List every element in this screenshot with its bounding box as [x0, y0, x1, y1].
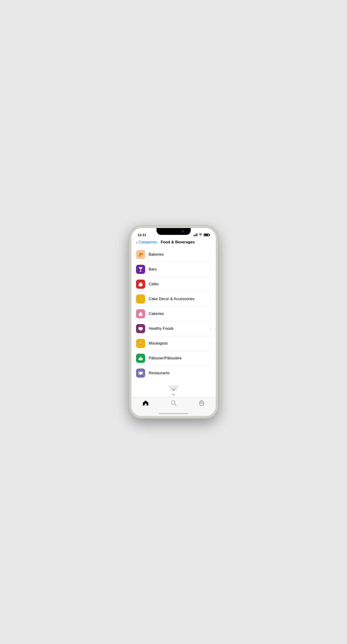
list-item[interactable]: 🍸 Bars › [136, 262, 211, 277]
search-icon [171, 400, 177, 406]
chevron-right-icon: › [210, 267, 211, 271]
chevron-right-icon: › [210, 297, 211, 301]
battery-icon [204, 234, 209, 236]
list-item[interactable]: ☕ Cafés › [136, 277, 211, 292]
chevron-right-icon: › [210, 371, 211, 375]
chevron-right-icon: › [210, 252, 211, 256]
healthy-foods-icon: 🥗 [136, 324, 145, 333]
bars-label: Bars [149, 267, 210, 272]
home-icon [142, 400, 149, 406]
back-chevron-icon: ‹ [136, 240, 138, 244]
notch [157, 228, 191, 235]
rays-logo-icon [167, 385, 180, 392]
mixologists-label: Mixologists [149, 341, 210, 346]
category-list: 🥐 Bakeries › 🍸 Bars › ☕ Cafés [131, 247, 216, 397]
footer-branding: by + QuickApps [136, 380, 211, 397]
cakeries-label: Cakeries [149, 312, 210, 316]
page-title: Food & Beverages [161, 240, 195, 244]
bars-icon: 🍸 [136, 265, 145, 274]
list-item[interactable]: 🥗 Healthy Foods › [136, 321, 211, 336]
svg-line-1 [170, 386, 174, 391]
cakeries-icon: 🎂 [136, 309, 145, 318]
mixologists-icon: 🍹 [136, 339, 145, 348]
list-item[interactable]: 🎂 Cakeries › [136, 306, 211, 321]
status-icons [193, 233, 209, 237]
list-item[interactable]: 🍽️ Restaurants › [136, 366, 211, 380]
chevron-right-icon: › [210, 326, 211, 331]
phone-wrapper: 11:11 [126, 224, 221, 420]
signal-bar-1 [193, 235, 194, 236]
bakeries-label: Bakeries [149, 252, 210, 257]
signal-bar-2 [194, 235, 195, 236]
patissier-label: Pâtissier/Pâtissière [149, 356, 210, 360]
home-indicator [159, 413, 188, 414]
back-button[interactable]: ‹ Categories [136, 240, 157, 244]
cake-decor-icon: ✏️ [136, 294, 145, 304]
svg-line-12 [175, 404, 176, 406]
settings-icon [199, 400, 205, 406]
footer-by-label: by [172, 393, 175, 396]
list-item[interactable]: 🥐 Bakeries › [136, 247, 211, 262]
phone-frame: 11:11 [129, 226, 218, 418]
healthy-foods-label: Healthy Foods [149, 326, 210, 331]
camera [182, 230, 184, 232]
list-item[interactable]: 🍹 Mixologists › [136, 336, 211, 351]
status-time: 11:11 [138, 233, 146, 237]
chevron-right-icon: › [210, 342, 211, 346]
screen: 11:11 [131, 228, 216, 416]
list-item[interactable]: 🥧 Pâtissier/Pâtissière › [136, 351, 211, 366]
tab-search[interactable] [171, 400, 177, 406]
chevron-right-icon: › [210, 356, 211, 360]
restaurants-label: Restaurants [149, 371, 210, 375]
chevron-right-icon: › [210, 282, 211, 286]
bakeries-icon: 🥐 [136, 250, 145, 259]
signal-bar-3 [196, 234, 196, 236]
tab-settings[interactable] [199, 400, 205, 406]
list-item[interactable]: ✏️ Cake Decor & Accessories › [136, 292, 211, 306]
cake-decor-label: Cake Decor & Accessories [149, 297, 210, 301]
nav-header: ‹ Categories Food & Beverages [131, 238, 216, 247]
cafes-icon: ☕ [136, 280, 145, 289]
tab-home[interactable] [142, 400, 149, 406]
battery-fill [204, 234, 208, 236]
wifi-icon [199, 233, 202, 237]
back-label: Categories [138, 240, 157, 244]
patissier-icon: 🥧 [136, 354, 145, 363]
svg-line-5 [174, 386, 177, 391]
signal-bar-4 [197, 233, 197, 236]
svg-point-13 [201, 402, 203, 404]
restaurants-icon: 🍽️ [136, 368, 145, 378]
chevron-right-icon: › [210, 312, 211, 316]
signal-bars-icon [193, 234, 197, 236]
cafes-label: Cafés [149, 282, 210, 286]
